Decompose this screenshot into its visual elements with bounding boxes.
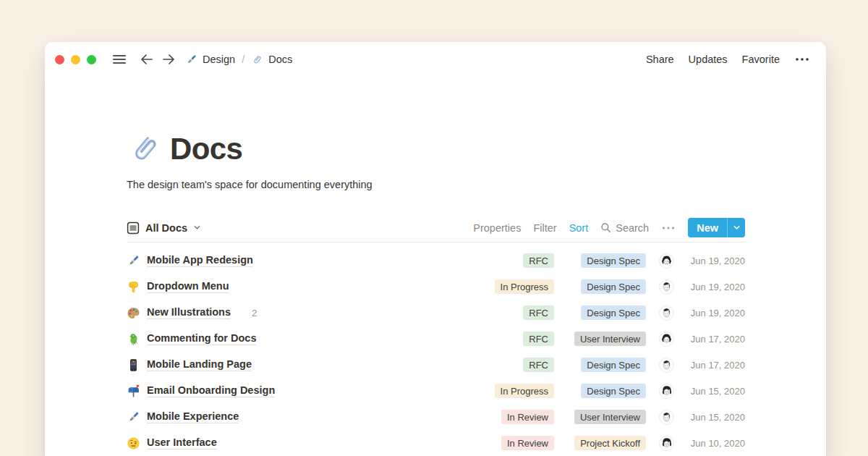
mobile-phone-icon [127,358,140,372]
doc-cell: User Interface [127,436,467,450]
new-button-dropdown[interactable] [727,218,745,237]
view-switcher[interactable]: All Docs [127,221,201,235]
table-row: Commenting for Docs RFC User Interview J… [127,326,745,352]
doc-title-link[interactable]: Commenting for Docs [147,332,256,345]
man-avatar[interactable] [659,358,674,373]
chevron-down-icon [193,224,201,232]
paperclip-icon [251,54,263,66]
date-label: Jun 17, 2020 [684,334,745,345]
chevron-down-icon [733,224,741,232]
status-tag[interactable]: In Review [501,410,554,424]
woman-headphones-avatar[interactable] [659,253,674,269]
desktop-background: Design / Docs Share Updates Favorite Doc… [0,0,868,456]
toolbar-more-icon[interactable] [661,223,676,233]
paintbrush-icon [127,254,140,268]
date-label: Jun 19, 2020 [684,308,745,318]
status-cell: In Progress [467,279,554,294]
breadcrumb: Design / Docs [185,54,292,66]
favorite-button[interactable]: Favorite [742,54,780,65]
properties-button[interactable]: Properties [473,222,521,234]
doc-title-link[interactable]: Mobile Landing Page [147,358,252,371]
status-cell: In Review [467,410,554,424]
status-cell: In Review [467,436,554,450]
doc-cell: New Illustrations 2 [127,306,467,320]
type-cell: Design Spec [561,384,646,398]
date-label: Jun 19, 2020 [684,282,745,292]
type-cell: Project Kickoff [561,436,646,450]
doc-title-link[interactable]: Mobile App Redesign [147,254,253,267]
man-avatar[interactable] [659,305,674,321]
status-tag[interactable]: In Progress [495,384,554,398]
zoom-button[interactable] [87,55,96,64]
titlebar-actions: Share Updates Favorite [646,54,810,65]
close-button[interactable] [55,55,64,64]
status-tag[interactable]: RFC [523,305,554,320]
type-tag[interactable]: Design Spec [581,384,646,398]
new-button: New [688,218,745,237]
date-label: Jun 15, 2020 [684,386,745,397]
page-title: Docs [170,132,242,166]
paintbrush-icon [127,410,140,424]
type-tag[interactable]: Design Spec [581,305,646,320]
search-label: Search [616,222,649,234]
type-tag[interactable]: User Interview [574,332,646,346]
status-tag[interactable]: In Progress [495,279,554,294]
man-avatar[interactable] [659,410,674,425]
status-tag[interactable]: RFC [523,358,554,372]
type-tag[interactable]: Project Kickoff [574,436,646,450]
page-paperclip-icon[interactable] [127,131,163,167]
doc-cell: Commenting for Docs [127,332,467,346]
type-cell: Design Spec [561,358,646,372]
more-options-icon[interactable] [794,54,810,65]
doc-title-link[interactable]: User Interface [147,436,217,449]
breadcrumb-item-design[interactable]: Design [185,54,235,66]
doc-title-link[interactable]: Mobile Experience [147,410,239,423]
date-label: Jun 19, 2020 [684,256,745,266]
doc-cell: Dropdown Menu [127,280,467,294]
doc-cell: Mobile App Redesign [127,254,467,268]
pointing-down-icon [127,280,140,294]
comment-count[interactable]: 2 [238,308,258,318]
traffic-lights [55,55,96,64]
type-tag[interactable]: Design Spec [581,358,646,372]
table-row: Email Onboarding Design In Progress Desi… [127,378,745,404]
view-label: All Docs [145,222,187,234]
back-button[interactable] [140,53,154,66]
docs-table: Mobile App Redesign RFC Design Spec Jun … [127,248,745,456]
list-view-icon [127,221,140,235]
minimize-button[interactable] [71,55,80,64]
breadcrumb-item-docs[interactable]: Docs [251,54,292,66]
filter-button[interactable]: Filter [533,222,556,234]
table-row: Mobile Landing Page RFC Design Spec Jun … [127,352,745,378]
status-tag[interactable]: RFC [523,253,554,268]
breadcrumb-label: Design [203,54,235,65]
status-cell: In Progress [467,384,554,398]
sort-button[interactable]: Sort [569,222,589,234]
doc-title-link[interactable]: Email Onboarding Design [147,384,275,397]
doc-cell: Mobile Landing Page [127,358,467,372]
search-button[interactable]: Search [600,222,649,234]
share-button[interactable]: Share [646,54,674,65]
date-label: Jun 10, 2020 [684,438,745,449]
doc-cell: Mobile Experience [127,410,467,424]
woman-curly-avatar[interactable] [659,384,674,399]
table-row: New Illustrations 2 RFC Design Spec Jun … [127,300,745,326]
type-cell: Design Spec [561,305,646,320]
forward-button[interactable] [161,53,176,66]
status-tag[interactable]: RFC [523,332,554,346]
new-button-main[interactable]: New [688,218,727,237]
type-tag[interactable]: Design Spec [581,253,646,268]
status-tag[interactable]: In Review [501,436,554,450]
woman-curly-avatar[interactable] [659,436,674,451]
type-cell: User Interview [561,410,646,424]
updates-button[interactable]: Updates [689,54,728,65]
man-avatar[interactable] [659,279,674,295]
page-header: Docs The design team's space for documen… [127,131,745,190]
type-tag[interactable]: User Interview [574,410,646,424]
doc-title-link[interactable]: Dropdown Menu [147,280,229,293]
type-tag[interactable]: Design Spec [581,279,646,294]
parrot-icon [127,332,140,346]
hamburger-menu-icon[interactable] [112,54,127,65]
doc-title-link[interactable]: New Illustrations [147,306,231,319]
woman-headphones-avatar[interactable] [659,332,674,347]
